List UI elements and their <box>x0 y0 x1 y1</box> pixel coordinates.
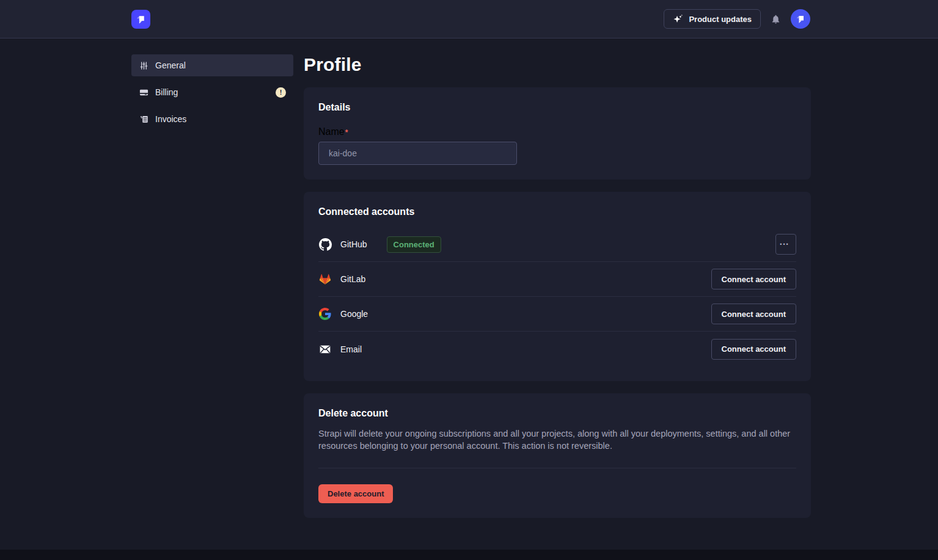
sidebar-item-label: Billing <box>155 87 178 97</box>
google-icon <box>318 307 332 321</box>
billing-warning-badge: ! <box>276 87 286 98</box>
row-actions: Connect account <box>711 269 796 289</box>
provider-name: GitHub <box>340 239 367 249</box>
provider-name: Email <box>340 344 362 354</box>
credit-card-icon <box>139 88 149 97</box>
product-updates-button[interactable]: Product updates <box>664 9 761 29</box>
required-asterisk: * <box>345 128 348 137</box>
name-field-label: Name* <box>318 126 348 137</box>
settings-sidebar: General Billing ! Invoices <box>131 54 293 135</box>
sparkles-icon <box>673 14 683 24</box>
row-actions: Connect account <box>711 304 796 324</box>
row-actions: Connect account <box>711 339 796 360</box>
gitlab-icon <box>318 272 332 286</box>
row-actions: ••• <box>775 234 796 255</box>
bell-icon <box>771 14 781 24</box>
divider <box>318 468 796 468</box>
account-row-gitlab: GitLab Connect account <box>318 262 796 297</box>
page-body: General Billing ! Invoices <box>0 38 938 550</box>
name-input[interactable] <box>318 142 517 165</box>
details-card: Details Name* <box>304 87 811 180</box>
notifications-button[interactable] <box>771 14 781 24</box>
provider-name: Google <box>340 309 368 319</box>
ellipsis-icon: ••• <box>780 241 789 247</box>
details-card-title: Details <box>318 102 796 113</box>
strapi-mark-icon <box>794 13 807 25</box>
page-title: Profile <box>304 54 811 75</box>
name-field-group: Name* <box>318 126 796 165</box>
footer-strip <box>0 550 938 560</box>
product-updates-label: Product updates <box>689 15 752 24</box>
provider: Google <box>318 307 368 321</box>
sidebar-item-general[interactable]: General <box>131 54 293 76</box>
sliders-icon <box>139 61 149 70</box>
strapi-mark-icon <box>134 13 147 26</box>
account-row-github: GitHub Connected ••• <box>318 227 796 262</box>
email-icon <box>318 343 332 356</box>
sidebar-item-billing[interactable]: Billing ! <box>131 81 293 103</box>
connected-accounts-title: Connected accounts <box>318 206 796 217</box>
user-avatar[interactable] <box>791 9 810 29</box>
account-row-email: Email Connect account <box>318 332 796 366</box>
github-icon <box>318 238 332 251</box>
provider: GitHub <box>318 238 367 251</box>
main-content: Profile Details Name* Connected accounts <box>304 54 811 530</box>
provider: GitLab <box>318 272 365 286</box>
topbar: Product updates <box>0 0 938 38</box>
delete-account-description: Strapi will delete your ongoing subscrip… <box>318 427 796 452</box>
sidebar-item-label: General <box>155 60 186 70</box>
invoice-icon <box>139 115 149 124</box>
connected-accounts-card: Connected accounts GitHub Connected ••• <box>304 192 811 381</box>
connect-email-button[interactable]: Connect account <box>711 339 796 360</box>
delete-account-title: Delete account <box>318 408 796 419</box>
strapi-logo[interactable] <box>131 10 150 29</box>
sidebar-item-label: Invoices <box>155 114 186 124</box>
connected-status-badge: Connected <box>387 236 441 253</box>
provider: Email <box>318 343 362 356</box>
delete-account-button[interactable]: Delete account <box>318 484 393 503</box>
github-options-button[interactable]: ••• <box>775 234 796 255</box>
connect-google-button[interactable]: Connect account <box>711 304 796 324</box>
provider-name: GitLab <box>340 274 365 284</box>
sidebar-item-invoices[interactable]: Invoices <box>131 108 293 130</box>
account-row-google: Google Connect account <box>318 297 796 332</box>
delete-account-card: Delete account Strapi will delete your o… <box>304 393 811 518</box>
connect-gitlab-button[interactable]: Connect account <box>711 269 796 289</box>
